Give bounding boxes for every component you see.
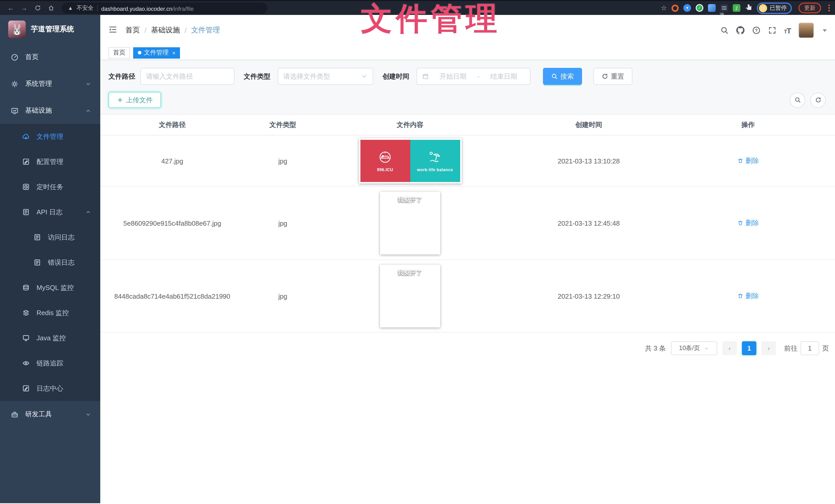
cell-created: 2021-03-13 13:10:28 [499, 157, 679, 165]
file-preview-image[interactable]: 我裂开了 [380, 192, 440, 254]
extension-green-2-icon[interactable]: 2 [733, 4, 740, 12]
cell-type: jpg [244, 157, 321, 165]
app-logo-image: 🐰 [8, 21, 26, 38]
col-header-actions: 操作 [679, 120, 817, 129]
refresh-table-button[interactable] [810, 92, 826, 108]
upload-file-button[interactable]: 上传文件 [108, 92, 161, 108]
browser-refresh-button[interactable] [32, 2, 43, 14]
sidebar-item-system[interactable]: 系统管理 [0, 70, 100, 97]
pagination: 共 3 条 10条/页 ‹ 1 › 前往 1 页 [100, 333, 835, 364]
chevron-up-icon [85, 108, 91, 113]
extensions-puzzle-icon[interactable] [745, 3, 752, 13]
browser-forward-button[interactable]: → [19, 2, 30, 14]
sidebar-item-scheduled-tasks[interactable]: 定时任务 [0, 174, 100, 200]
edit-square-icon [22, 158, 30, 166]
fullscreen-icon[interactable] [768, 26, 776, 35]
file-path-input-wrap [140, 68, 235, 85]
user-avatar[interactable] [798, 23, 814, 38]
breadcrumb: 首页 / 基础设施 / 文件管理 [125, 26, 220, 35]
chevron-down-icon [361, 73, 368, 80]
date-range-picker[interactable]: 开始日期 - 结束日期 [416, 68, 531, 85]
layers-icon [22, 309, 30, 317]
file-path-label: 文件路径 [108, 72, 135, 81]
browser-home-button[interactable] [45, 2, 57, 14]
chevron-down-icon [704, 346, 709, 351]
tag-home[interactable]: 首页 [108, 47, 130, 58]
app-logo[interactable]: 🐰 芋道管理系统 [0, 15, 100, 44]
breadcrumb-home[interactable]: 首页 [125, 26, 140, 35]
delete-button[interactable]: 删除 [737, 291, 759, 301]
file-preview-image[interactable]: 我裂开了 [380, 265, 440, 328]
cell-type: jpg [244, 219, 321, 227]
extension-gem-icon[interactable] [708, 4, 716, 12]
trash-icon [737, 158, 744, 164]
file-path-input[interactable] [146, 72, 229, 80]
browser-menu-icon[interactable] [828, 5, 830, 11]
sidebar-item-infrastructure[interactable]: 基础设施 [0, 97, 100, 124]
header-search-icon[interactable] [720, 26, 728, 35]
sidebar-item-dev-tools[interactable]: 研发工具 [0, 401, 100, 428]
help-icon[interactable]: ? [752, 26, 760, 35]
breadcrumb-infrastructure: 基础设施 [151, 26, 180, 35]
app-title: 芋道管理系统 [31, 25, 74, 34]
sidebar-item-java-monitor[interactable]: Java 监控 [0, 326, 100, 351]
log-icon [22, 208, 30, 216]
reset-button[interactable]: 重置 [593, 68, 632, 85]
start-date-placeholder: 开始日期 [432, 72, 474, 81]
delete-button[interactable]: 删除 [737, 218, 759, 228]
next-page-button[interactable]: › [761, 341, 776, 355]
browser-back-button[interactable]: ← [5, 2, 17, 14]
extension-orange-ring-icon[interactable] [672, 4, 679, 12]
col-header-content: 文件内容 [321, 120, 499, 129]
close-tag-icon[interactable]: × [172, 49, 176, 56]
cell-created: 2021-03-13 12:29:10 [499, 292, 679, 300]
sidebar-item-access-logs[interactable]: 访问日志 [0, 225, 100, 250]
search-icon [551, 73, 558, 80]
svg-text:?: ? [755, 28, 757, 33]
col-header-type: 文件类型 [244, 120, 321, 129]
extension-blue-icon[interactable]: ▾ [683, 4, 691, 12]
profile-paused-badge[interactable]: 😊已暂停 [757, 2, 792, 14]
font-size-icon[interactable]: TT [784, 26, 791, 35]
calendar-icon [422, 73, 429, 80]
refresh-icon [815, 97, 821, 103]
996icu-banner-left: 996.ICU [360, 140, 410, 182]
tags-view-bar: 首页 文件管理× [100, 46, 835, 60]
extension-green-check-icon[interactable]: ✓ [696, 4, 704, 12]
sidebar-item-redis-monitor[interactable]: Redis 监控 [0, 300, 100, 326]
monitor-icon [22, 334, 30, 342]
security-label[interactable]: 不安全 [77, 4, 94, 12]
goto-page-input[interactable]: 1 [800, 341, 819, 355]
page-size-select[interactable]: 10条/页 [671, 341, 717, 355]
sidebar-toggle-button[interactable] [108, 25, 117, 36]
sidebar-item-mysql-monitor[interactable]: MySQL 监控 [0, 275, 100, 300]
sidebar-item-log-center[interactable]: 日志中心 [0, 376, 100, 401]
file-preview-image[interactable]: 996.ICU work-life balance [359, 138, 462, 184]
on-badge: on [719, 13, 724, 13]
avatar-caret-icon[interactable] [823, 29, 827, 31]
sidebar-item-config-management[interactable]: 配置管理 [0, 149, 100, 174]
sidebar-item-error-logs[interactable]: 错误日志 [0, 250, 100, 275]
bookmark-star-icon[interactable]: ☆ [661, 4, 667, 12]
sidebar-item-tracing[interactable]: 链路追踪 [0, 351, 100, 376]
tag-file-management[interactable]: 文件管理× [133, 47, 180, 58]
breadcrumb-current: 文件管理 [191, 26, 220, 35]
sidebar-item-home[interactable]: 首页 [0, 44, 100, 70]
page-1-button[interactable]: 1 [742, 341, 756, 355]
browser-update-button[interactable]: 更新 [798, 3, 821, 13]
sidebar-item-file-management[interactable]: 文件管理 [0, 124, 100, 149]
beach-umbrella-icon [427, 150, 443, 165]
address-bar[interactable]: ▲ 不安全 dashboard.yudao.iocoder.cn/infra/f… [62, 2, 267, 14]
address-divider [97, 5, 98, 11]
extension-list-icon[interactable]: on [720, 4, 728, 12]
delete-button[interactable]: 删除 [737, 156, 759, 166]
search-button[interactable]: 搜索 [543, 68, 582, 85]
github-icon[interactable] [736, 26, 744, 35]
prev-page-button[interactable]: ‹ [722, 341, 737, 355]
active-dot [138, 51, 141, 55]
col-header-created: 创建时间 [499, 120, 679, 129]
file-type-select[interactable]: 请选择文件类型 [278, 68, 373, 85]
sidebar-item-api-logs[interactable]: API 日志 [0, 200, 100, 225]
cloud-upload-icon [22, 133, 30, 140]
toggle-search-button[interactable] [790, 92, 805, 108]
